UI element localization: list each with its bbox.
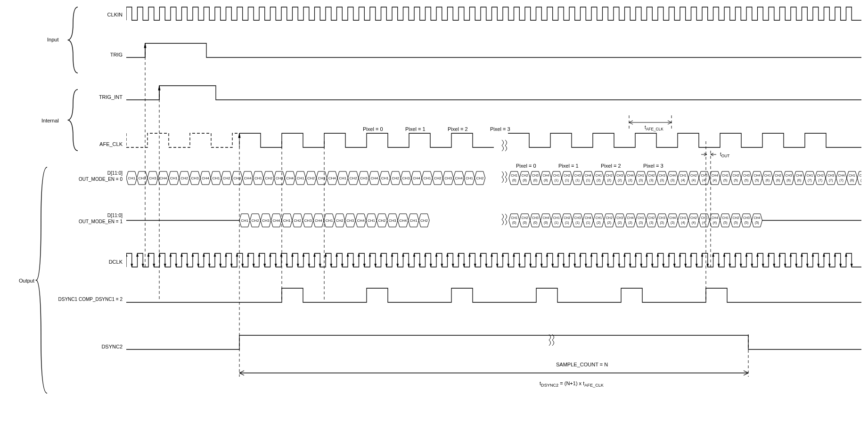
- svg-text:(4): (4): [713, 221, 717, 225]
- svg-text:(4): (4): [702, 221, 706, 225]
- svg-text:CH3: CH3: [659, 216, 665, 219]
- svg-text:CH4: CH4: [328, 176, 336, 180]
- svg-text:CH4: CH4: [627, 216, 634, 219]
- svg-text:CH1: CH1: [241, 219, 249, 223]
- waveform-dclk: [126, 252, 861, 268]
- svg-text:CH3: CH3: [701, 174, 707, 177]
- svg-text:CH1: CH1: [283, 219, 291, 223]
- svg-text:(0): (0): [523, 178, 527, 182]
- svg-text:CH1: CH1: [680, 174, 687, 177]
- svg-text:CH1: CH1: [764, 174, 771, 177]
- svg-text:(2): (2): [597, 178, 601, 182]
- svg-text:(4): (4): [681, 221, 685, 225]
- svg-text:(1): (1): [555, 221, 559, 225]
- label-d1-2: OUT_MODE_EN = 1: [52, 219, 123, 224]
- t-out-label: tOUT: [720, 152, 729, 158]
- pixel-label-d0-3: Pixel = 3: [643, 163, 663, 169]
- svg-text:(2): (2): [607, 178, 612, 182]
- svg-text:CH4: CH4: [202, 176, 210, 180]
- svg-text:CH3: CH3: [659, 174, 665, 177]
- break-dsync2: [548, 333, 557, 348]
- svg-text:(3): (3): [671, 221, 675, 225]
- svg-text:CH2: CH2: [265, 176, 273, 180]
- svg-text:(7): (7): [839, 178, 843, 182]
- svg-text:CH4: CH4: [370, 176, 378, 180]
- svg-text:(1): (1): [555, 178, 559, 182]
- svg-text:CH3: CH3: [149, 176, 157, 180]
- svg-text:(5): (5): [755, 178, 759, 182]
- label-d0-2: OUT_MODE_EN = 0: [52, 177, 123, 182]
- svg-text:CH3: CH3: [574, 174, 581, 177]
- svg-text:(2): (2): [628, 221, 632, 225]
- svg-text:(5): (5): [745, 178, 749, 182]
- svg-text:(6): (6): [776, 178, 780, 182]
- svg-text:CH1: CH1: [638, 174, 644, 177]
- svg-text:(5): (5): [734, 178, 738, 182]
- svg-text:CH3: CH3: [532, 174, 539, 177]
- svg-text:CH3: CH3: [191, 176, 199, 180]
- t-dsync2-label: tDSYNC2 = (N+1) x tAFE_CLK: [540, 381, 604, 388]
- svg-text:CH4: CH4: [753, 216, 760, 219]
- svg-text:CH1: CH1: [638, 216, 644, 219]
- svg-text:CH3: CH3: [304, 219, 312, 223]
- svg-text:CH3: CH3: [360, 176, 368, 180]
- svg-text:CH3: CH3: [616, 216, 623, 219]
- svg-text:CH2: CH2: [223, 176, 231, 180]
- svg-text:(6): (6): [766, 178, 770, 182]
- svg-text:CH1: CH1: [368, 219, 376, 223]
- svg-text:CH2: CH2: [522, 174, 528, 177]
- svg-text:CH1: CH1: [595, 174, 602, 177]
- svg-text:CH4: CH4: [286, 176, 294, 180]
- label-trig-int: TRIG_INT: [52, 94, 123, 100]
- svg-text:CH1: CH1: [595, 216, 602, 219]
- group-label-output: Output: [19, 278, 34, 283]
- svg-text:(5): (5): [734, 221, 738, 225]
- svg-text:CH3: CH3: [402, 176, 410, 180]
- svg-text:(3): (3): [660, 221, 664, 225]
- pixel-label-d0-1: Pixel = 1: [558, 163, 579, 169]
- svg-text:(0): (0): [533, 221, 538, 225]
- svg-text:CH4: CH4: [585, 174, 591, 177]
- svg-text:(0): (0): [512, 221, 516, 225]
- svg-text:CH3: CH3: [701, 216, 707, 219]
- svg-text:(0): (0): [512, 178, 516, 182]
- svg-text:(0): (0): [523, 221, 527, 225]
- waveform-d0: CH1CH2CH3CH4CH1CH2CH3CH4CH1CH2CH3CH4CH1C…: [126, 170, 861, 186]
- svg-text:CH2: CH2: [564, 216, 570, 219]
- svg-text:(4): (4): [713, 178, 717, 182]
- svg-text:CH1: CH1: [423, 176, 431, 180]
- svg-text:CH1: CH1: [849, 174, 855, 177]
- waveform-clkin: [126, 6, 861, 23]
- svg-text:(2): (2): [618, 221, 622, 225]
- svg-text:(5): (5): [723, 221, 728, 225]
- svg-text:CH1: CH1: [381, 176, 389, 180]
- label-d0-1: D[11:0]: [52, 170, 123, 176]
- break-d0: [500, 170, 510, 186]
- svg-text:CH2: CH2: [378, 219, 386, 223]
- svg-text:CH4: CH4: [542, 216, 549, 219]
- svg-text:CH2: CH2: [180, 176, 188, 180]
- svg-text:(1): (1): [575, 221, 580, 225]
- svg-text:CH4: CH4: [357, 219, 365, 223]
- svg-text:CH1: CH1: [722, 174, 729, 177]
- svg-text:CH4: CH4: [627, 174, 634, 177]
- label-dclk: DCLK: [52, 259, 123, 265]
- waveform-trig: [126, 42, 861, 59]
- svg-text:CH3: CH3: [444, 176, 452, 180]
- svg-text:(2): (2): [597, 221, 601, 225]
- pixel-label-d0-0: Pixel = 0: [516, 163, 536, 169]
- svg-text:CH2: CH2: [775, 174, 781, 177]
- svg-text:CH1: CH1: [806, 174, 813, 177]
- svg-text:CH3: CH3: [532, 216, 539, 219]
- svg-text:CH4: CH4: [669, 174, 676, 177]
- svg-text:CH4: CH4: [244, 176, 252, 180]
- svg-text:CH1: CH1: [410, 219, 418, 223]
- label-clkin: CLKIN: [52, 12, 123, 17]
- svg-text:CH1: CH1: [553, 174, 560, 177]
- svg-text:CH4: CH4: [838, 174, 845, 177]
- svg-text:CH4: CH4: [399, 219, 407, 223]
- svg-text:CH3: CH3: [389, 219, 397, 223]
- svg-text:CH2: CH2: [690, 216, 697, 219]
- break-d1: [500, 213, 510, 228]
- svg-text:CH2: CH2: [307, 176, 315, 180]
